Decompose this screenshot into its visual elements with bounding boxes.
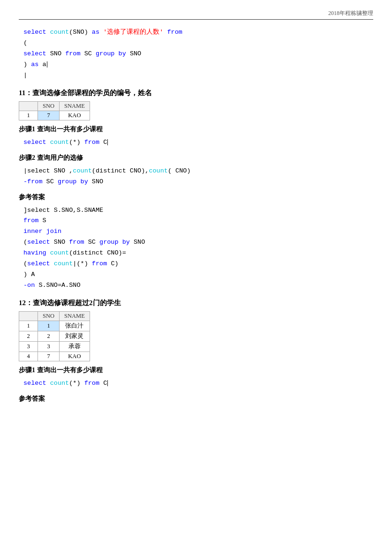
row-sno: 2	[38, 331, 60, 342]
code-line: select count(SNO) as '选修了课程的人数' from	[23, 27, 373, 38]
row-sname: KAO	[60, 352, 90, 361]
code-line: select count(*) from C	[23, 137, 373, 148]
row-sno: 7	[38, 352, 60, 361]
section12-result-table: SNO SNAME 1 1 张白汁 2 2 刘家灵 3 3 承蓉 4 7 KAO	[19, 311, 90, 361]
section10-code: select count(SNO) as '选修了课程的人数' from ( s…	[19, 27, 373, 81]
code-line: ) as a	[23, 60, 373, 70]
section11-step2-code: |select SNO ,count(distinct CNO),count( …	[19, 166, 373, 187]
section11-ref-code: ]select S.SNO,S.SNAME from S inner join …	[19, 205, 373, 292]
section11-step1-code: select count(*) from C	[19, 137, 373, 148]
code-line: select count(*) from C	[23, 378, 373, 389]
col-header-sname: SNAME	[60, 101, 90, 111]
section11-title: 11：查询选修全部课程的学员的编号，姓名	[19, 89, 373, 97]
row-index: 4	[19, 352, 38, 361]
code-line: having count(distinct CNO)=	[23, 248, 373, 259]
code-line: (	[23, 38, 373, 49]
code-line: inner join	[23, 226, 373, 237]
code-line: -on S.SNO=A.SNO	[23, 280, 373, 291]
row-sno: 3	[38, 342, 60, 352]
text-cursor	[47, 61, 47, 67]
code-line: ) A	[23, 270, 373, 280]
row-sno: 7	[38, 111, 60, 120]
table-row: 4 7 KAO	[19, 352, 90, 361]
header-text: 2018年程栋骕整理	[328, 10, 373, 16]
text-cursor	[107, 139, 108, 145]
col-header-index	[19, 101, 38, 111]
section11-step2-title: 步骤2 查询用户的选修	[19, 154, 373, 162]
col-header-sno: SNO	[38, 101, 60, 111]
code-line: ]select S.SNO,S.SNAME	[23, 205, 373, 216]
section12-step1-title: 步骤1 查询出一共有多少课程	[19, 366, 373, 374]
table-row: 2 2 刘家灵	[19, 331, 90, 342]
code-line: (select SNO from SC group by SNO	[23, 237, 373, 248]
row-sno: 1	[38, 321, 60, 331]
text-cursor	[107, 380, 108, 386]
code-line: |	[23, 70, 373, 81]
row-sname: KAO	[60, 111, 90, 120]
col-header-index	[19, 312, 38, 321]
section11-step1-title: 步骤1 查询出一共有多少课程	[19, 125, 373, 134]
table-row: 1 1 张白汁	[19, 321, 90, 331]
section12-ref-title: 参考答案	[19, 395, 373, 403]
section11-result-table: SNO SNAME 1 7 KAO	[19, 101, 90, 120]
table-row: 1 7 KAO	[19, 111, 90, 120]
row-index: 1	[19, 111, 38, 120]
section12-step1-code: select count(*) from C	[19, 378, 373, 389]
row-sname: 刘家灵	[60, 331, 90, 342]
section11-ref-title: 参考答案	[19, 193, 373, 202]
code-line: from S	[23, 216, 373, 226]
row-index: 1	[19, 321, 38, 331]
row-index: 2	[19, 331, 38, 342]
code-line: -from SC group by SNO	[23, 177, 373, 187]
col-header-sname: SNAME	[60, 312, 90, 321]
table-row: 3 3 承蓉	[19, 342, 90, 352]
row-index: 3	[19, 342, 38, 352]
section12-title: 12：查询选修课程超过2门的学生	[19, 299, 373, 307]
code-line: select SNO from SC group by SNO	[23, 49, 373, 60]
page-header: 2018年程栋骕整理	[19, 9, 373, 20]
col-header-sno: SNO	[38, 312, 60, 321]
code-line: (select count|(*) from C)	[23, 259, 373, 270]
row-sname: 承蓉	[60, 342, 90, 352]
code-line: |select SNO ,count(distinct CNO),count( …	[23, 166, 373, 177]
row-sname: 张白汁	[60, 321, 90, 331]
